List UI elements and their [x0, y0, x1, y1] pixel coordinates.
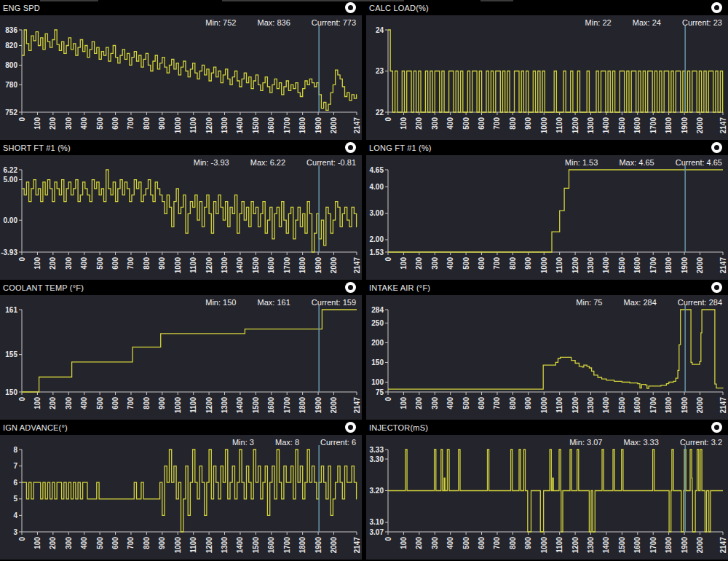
svg-text:2000: 2000 — [696, 397, 704, 414]
svg-text:300: 300 — [65, 537, 73, 549]
chart-title: ENG SPD — [3, 4, 40, 12]
svg-text:1200: 1200 — [205, 397, 213, 414]
chart-stats: Min: 752 Max: 836 Current: 773 — [205, 18, 356, 27]
svg-text:4.00: 4.00 — [370, 183, 384, 191]
svg-text:1900: 1900 — [314, 117, 323, 134]
top-edge-divider — [0, 0, 728, 1]
svg-text:0: 0 — [384, 397, 392, 401]
svg-text:900: 900 — [158, 397, 166, 409]
svg-text:1700: 1700 — [649, 257, 657, 274]
svg-text:1900: 1900 — [314, 257, 323, 274]
svg-text:1900: 1900 — [681, 397, 689, 414]
svg-text:-3.93: -3.93 — [1, 248, 17, 256]
chart-panel-long-ft: LONG FT #1 (%) Min: 1.53 Max: 4.65 Curre… — [366, 140, 728, 280]
svg-text:1800: 1800 — [298, 397, 306, 414]
svg-text:200: 200 — [415, 537, 423, 549]
svg-text:200: 200 — [49, 537, 57, 549]
svg-text:1600: 1600 — [267, 117, 275, 134]
svg-text:820: 820 — [5, 42, 17, 50]
svg-text:900: 900 — [524, 117, 532, 130]
svg-text:3: 3 — [13, 528, 17, 536]
chart-title: INJECTOR(mS) — [369, 423, 428, 432]
dashboard-grid: ENG SPD Min: 752 Max: 836 Current: 773 8… — [0, 0, 728, 561]
svg-text:5.00: 5.00 — [4, 176, 18, 184]
min-label: Min: — [232, 438, 248, 447]
svg-text:1400: 1400 — [236, 117, 244, 134]
panel-header: INTAKE AIR (°F) — [366, 280, 728, 295]
svg-text:1000: 1000 — [540, 257, 548, 274]
svg-text:0: 0 — [384, 257, 392, 262]
chart-title: CALC LOAD(%) — [369, 4, 429, 12]
svg-text:400: 400 — [446, 537, 454, 549]
svg-text:1100: 1100 — [555, 117, 563, 133]
svg-text:800: 800 — [143, 257, 151, 270]
svg-text:700: 700 — [127, 397, 135, 409]
svg-text:2.00: 2.00 — [370, 235, 384, 243]
svg-text:1100: 1100 — [555, 537, 563, 553]
svg-text:0: 0 — [18, 537, 26, 541]
svg-text:1000: 1000 — [540, 537, 548, 554]
svg-text:400: 400 — [446, 257, 454, 270]
chart-stats: Min: 3.07 Max: 3.33 Current: 3.2 — [569, 438, 722, 447]
current-label: Current: — [306, 158, 336, 167]
svg-text:600: 600 — [478, 397, 486, 409]
panel-header: COOLANT TEMP (°F) — [0, 280, 362, 295]
svg-text:7: 7 — [13, 462, 17, 470]
chart-panel-short-ft: SHORT FT #1 (%) Min: -3.93 Max: 6.22 Cur… — [0, 140, 362, 280]
svg-text:900: 900 — [524, 537, 532, 549]
chart-area: Min: -3.93 Max: 6.22 Current: -0.81 6.22… — [0, 155, 362, 280]
chart-area: Min: 3.07 Max: 3.33 Current: 3.2 3.333.3… — [366, 435, 728, 560]
svg-text:400: 400 — [80, 537, 88, 549]
current-label: Current: — [320, 438, 349, 447]
svg-text:2000: 2000 — [330, 257, 338, 274]
svg-text:1500: 1500 — [618, 397, 626, 414]
svg-text:6: 6 — [13, 479, 17, 487]
svg-text:0: 0 — [18, 397, 26, 401]
svg-text:1400: 1400 — [602, 397, 610, 414]
chart-title: IGN ADVANCE(°) — [3, 423, 68, 432]
svg-text:600: 600 — [111, 257, 119, 270]
svg-text:300: 300 — [65, 117, 73, 130]
record-icon[interactable] — [711, 142, 722, 153]
record-icon[interactable] — [345, 2, 356, 13]
current-value: 773 — [343, 18, 356, 27]
svg-text:1800: 1800 — [298, 117, 306, 134]
panel-header: CALC LOAD(%) — [366, 0, 728, 15]
svg-text:800: 800 — [143, 117, 151, 130]
record-icon[interactable] — [711, 282, 722, 293]
svg-text:1800: 1800 — [298, 537, 306, 554]
min-value: 3.07 — [587, 438, 602, 447]
svg-text:2147: 2147 — [353, 257, 361, 274]
chart-stats: Min: 150 Max: 161 Current: 159 — [205, 298, 356, 307]
svg-text:2147: 2147 — [353, 537, 361, 554]
chart-plot: 4.654.003.002.001.5301002003004005006007… — [366, 155, 728, 280]
panel-header: LONG FT #1 (%) — [366, 140, 728, 155]
svg-text:900: 900 — [158, 257, 166, 270]
svg-text:600: 600 — [111, 117, 119, 130]
record-icon[interactable] — [711, 2, 722, 13]
record-icon[interactable] — [345, 142, 356, 153]
chart-panel-injector: INJECTOR(mS) Min: 3.07 Max: 3.33 Current… — [366, 420, 728, 560]
record-icon[interactable] — [345, 422, 356, 433]
svg-text:800: 800 — [509, 257, 517, 270]
svg-text:100: 100 — [400, 397, 408, 409]
chart-plot: 2842502001501007501002003004005006007008… — [366, 295, 728, 420]
chart-plot: 2423220100200300400500600700800900100011… — [366, 15, 728, 140]
record-icon[interactable] — [345, 282, 356, 293]
svg-text:1200: 1200 — [571, 117, 579, 134]
record-icon[interactable] — [711, 422, 722, 433]
svg-text:1200: 1200 — [205, 117, 213, 134]
svg-text:1100: 1100 — [555, 257, 563, 273]
svg-text:700: 700 — [493, 397, 501, 409]
svg-text:1700: 1700 — [283, 537, 291, 554]
min-value: 752 — [223, 18, 236, 27]
svg-text:1000: 1000 — [540, 397, 548, 414]
chart-panel-ign-advance: IGN ADVANCE(°) Min: 3 Max: 8 Current: 6 … — [0, 420, 362, 560]
svg-text:800: 800 — [509, 117, 517, 130]
svg-text:1600: 1600 — [267, 257, 275, 274]
svg-text:1300: 1300 — [221, 397, 229, 414]
svg-text:1200: 1200 — [205, 257, 213, 274]
svg-text:600: 600 — [478, 537, 486, 549]
svg-text:2000: 2000 — [330, 117, 338, 134]
svg-text:200: 200 — [415, 397, 423, 409]
